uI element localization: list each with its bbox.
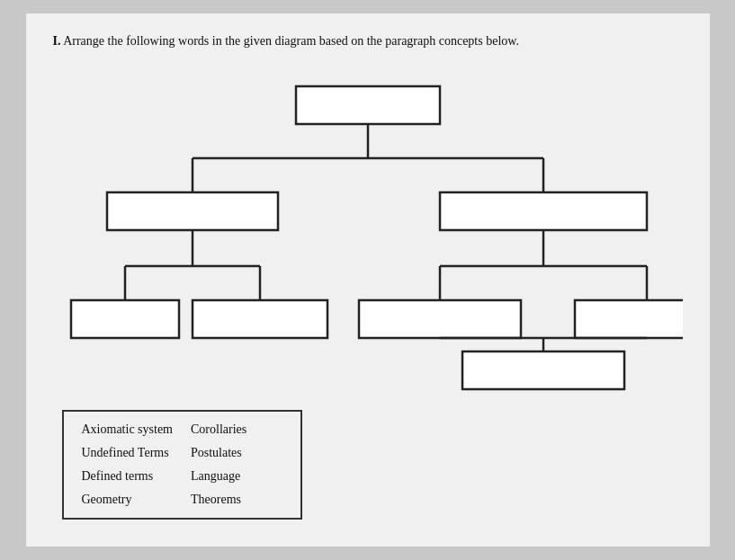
box-root [296, 86, 440, 124]
diagram-svg: rect.box { fill: white; stroke: #222; st… [53, 68, 683, 392]
word-corollaries: Corollaries [191, 421, 282, 439]
box-rl-right [575, 300, 683, 338]
diagram-area: rect.box { fill: white; stroke: #222; st… [53, 68, 683, 392]
word-bank-grid: Axiomatic system Corollaries Undefined T… [82, 421, 282, 509]
word-defined: Defined terms [82, 467, 174, 485]
box-rl-left [359, 300, 521, 338]
word-bank: Axiomatic system Corollaries Undefined T… [62, 410, 302, 520]
word-theorems: Theorems [191, 491, 282, 509]
box-ll-right [193, 300, 327, 338]
box-right-mid [440, 192, 647, 230]
page: I. Arrange the following words in the gi… [26, 13, 710, 547]
word-language: Language [191, 467, 282, 485]
word-postulates: Postulates [191, 444, 282, 462]
instruction-text: Arrange the following words in the given… [63, 34, 519, 48]
box-bottom [462, 351, 624, 389]
word-geometry: Geometry [82, 491, 174, 509]
instructions: I. Arrange the following words in the gi… [53, 31, 683, 50]
word-undefined: Undefined Terms [82, 444, 174, 462]
box-ll-left [71, 300, 179, 338]
box-left-mid [107, 192, 278, 230]
word-axiomatic: Axiomatic system [82, 421, 174, 439]
instruction-number: I. [53, 34, 61, 48]
